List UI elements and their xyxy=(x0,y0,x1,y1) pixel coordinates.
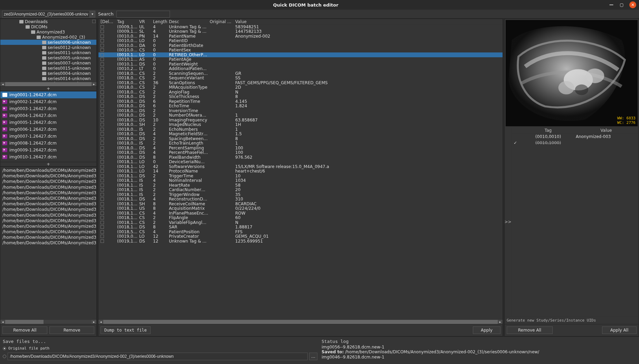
delete-checkbox[interactable] xyxy=(101,81,104,85)
tag-row[interactable]: (0019,0…LO12PrivateCreatorGEMS_ACQU_01 xyxy=(98,234,503,239)
delete-checkbox[interactable] xyxy=(101,184,104,187)
delete-checkbox[interactable] xyxy=(101,39,104,42)
delete-checkbox[interactable] xyxy=(101,67,104,70)
delete-checkbox[interactable] xyxy=(101,35,104,38)
path-item[interactable]: /home/ben/Downloads/DICOMs/Anonymized3/A xyxy=(2,168,94,173)
tree-item[interactable]: series0005-unknown xyxy=(0,55,96,60)
path-item[interactable]: /home/ben/Downloads/DICOMs/Anonymized3/A xyxy=(2,190,94,196)
tree-item[interactable]: series0007-unknown xyxy=(0,60,96,66)
remove-all-changes-button[interactable]: Remove All xyxy=(507,326,553,334)
delete-checkbox[interactable] xyxy=(101,193,104,196)
tag-row[interactable]: (0018,1…IS2TriggerWindow35 xyxy=(98,192,503,197)
delete-checkbox[interactable] xyxy=(101,165,104,168)
tag-row[interactable]: (0018,1…US8AcquisitionMatrix0/224/224/0 xyxy=(98,206,503,211)
path-item[interactable]: /home/ben/Downloads/DICOMs/Anonymized3/A xyxy=(2,201,94,207)
tree-item[interactable]: Anonymized-002_(3) xyxy=(0,35,96,40)
tree-item[interactable]: series0004-unknown xyxy=(0,71,96,76)
maximize-icon[interactable]: ▢ xyxy=(619,2,624,8)
tag-row[interactable]: (0018,1…LO0DeviceSerialNumber xyxy=(98,160,503,165)
delete-checkbox[interactable] xyxy=(101,100,104,103)
change-table[interactable]: Tag Value (0010,0010)Anonymized-003✓(001… xyxy=(512,127,639,316)
path-item[interactable]: /home/ben/Downloads/DICOMs/Anonymized3/A xyxy=(2,224,94,229)
change-row[interactable]: ✓(0010,1000) xyxy=(512,140,639,146)
delete-checkbox[interactable] xyxy=(101,230,104,234)
pathlist-scrollbar[interactable]: ◂ ▸ xyxy=(0,320,96,324)
delete-checkbox[interactable] xyxy=(101,239,104,243)
tag-row[interactable]: (0018,1…IS2HeartRate58 xyxy=(98,183,503,188)
delete-checkbox[interactable] xyxy=(101,109,104,112)
tag-row[interactable]: (0018,1…DS4ReconstructionDia…310 xyxy=(98,197,503,202)
tag-row[interactable]: (0018,1…IS4NominalInterval1034 xyxy=(98,178,503,183)
tag-row[interactable]: (0010,1…AS0PatientAge xyxy=(98,57,503,62)
remove-button[interactable]: Remove xyxy=(49,326,94,334)
file-row[interactable]: img0006-1.26427.dcm xyxy=(0,126,96,133)
tag-row[interactable]: (0018,0…CS2MRAcquisitionType2D xyxy=(98,85,503,90)
path-item[interactable]: /home/ben/Downloads/DICOMs/Anonymized3/A xyxy=(2,173,94,179)
tag-row[interactable]: (0018,0…DS2InversionTime xyxy=(98,108,503,113)
save-path-input[interactable] xyxy=(8,353,308,360)
file-row[interactable]: img0002-1.26427.dcm xyxy=(0,98,96,105)
path-item[interactable]: /home/ben/Downloads/DICOMs/Anonymized3/A xyxy=(2,207,94,212)
tagtable-scrollbar[interactable]: ◂ ▸ xyxy=(98,320,503,324)
add-file-button[interactable]: + xyxy=(0,162,96,167)
chevron-down-icon[interactable]: ▾ xyxy=(89,11,95,17)
delete-checkbox[interactable] xyxy=(101,146,104,150)
tag-row[interactable]: (0010,2…LT0AdditionalPatient… xyxy=(98,67,503,71)
delete-checkbox[interactable] xyxy=(101,169,104,173)
file-row[interactable]: img0005-1.26427.dcm xyxy=(0,119,96,126)
tree-item[interactable]: series0006-unknown xyxy=(0,40,96,45)
tag-row[interactable]: (0018,0…CS2AngioFlagN xyxy=(98,90,503,95)
tag-row[interactable]: (0018,0…DS6RepetitionTime4.145 xyxy=(98,99,503,104)
delete-checkbox[interactable] xyxy=(101,202,104,206)
delete-checkbox[interactable] xyxy=(101,151,104,154)
delete-checkbox[interactable] xyxy=(101,123,104,126)
image-preview[interactable]: WW: 6033 WC: 2776 xyxy=(505,20,638,127)
path-item[interactable]: /home/ben/Downloads/DICOMs/Anonymized3/A xyxy=(2,179,94,184)
path-item[interactable]: /home/ben/Downloads/DICOMs/Anonymized3/A xyxy=(2,240,94,246)
tag-row[interactable]: (0010,0…LO0PatientID xyxy=(98,39,503,43)
add-tree-button[interactable]: + xyxy=(0,86,96,91)
delete-checkbox[interactable] xyxy=(101,128,104,131)
tag-row[interactable]: (0018,0…IS2EchoTrainLength1 xyxy=(98,141,503,146)
tag-row[interactable]: (0010,1…LO0RETIRED_OtherPa… xyxy=(98,52,503,57)
delete-checkbox[interactable] xyxy=(101,216,104,219)
tag-row[interactable]: (0018,1…CS4InPlanePhaseEnco…ROW xyxy=(98,211,503,216)
delete-checkbox[interactable] xyxy=(101,197,104,201)
delete-checkbox[interactable] xyxy=(101,221,104,224)
tag-row[interactable]: (0018,0…DS2SliceThickness8 xyxy=(98,95,503,99)
change-row[interactable]: (0010,0010)Anonymized-003 xyxy=(512,134,639,140)
tag-row[interactable]: (0018,1…DS2TriggerTime10 xyxy=(98,174,503,178)
search-input[interactable] xyxy=(116,11,170,18)
delete-checkbox[interactable] xyxy=(101,118,104,122)
tag-row[interactable]: (0018,0…SH2ImagedNucleus1H xyxy=(98,122,503,127)
delete-checkbox[interactable] xyxy=(101,62,104,66)
delete-checkbox[interactable] xyxy=(101,53,104,57)
tag-row[interactable]: (0018,5…CS4PatientPositionFFS xyxy=(98,229,503,234)
delete-checkbox[interactable] xyxy=(101,86,104,89)
tag-row[interactable]: (0018,0…CS2ScanningSequenceGR xyxy=(98,71,503,76)
path-combo[interactable]: ▾ xyxy=(2,11,95,18)
path-input[interactable] xyxy=(2,11,89,17)
tag-row[interactable]: (0018,1…IS2CardiacNumberOfI…20 xyxy=(98,188,503,193)
remove-all-button[interactable]: Remove All xyxy=(2,326,47,334)
tag-row[interactable]: (0018,0…DS8PixelBandwidth976.562 xyxy=(98,155,503,160)
tag-row[interactable]: (0018,0…DS10ImagingFrequency63.858687 xyxy=(98,118,503,122)
tag-row[interactable]: (0018,1…DS8SAR1.88817 xyxy=(98,225,503,230)
delete-checkbox[interactable] xyxy=(101,30,104,33)
minimize-icon[interactable]: — xyxy=(609,2,614,8)
tag-row[interactable]: (0018,0…DS4MagneticFieldStre…1.5 xyxy=(98,132,503,137)
delete-checkbox[interactable] xyxy=(101,141,104,145)
file-list[interactable]: img0001-1.26427.dcmimg0002-1.26427.dcmim… xyxy=(0,91,96,162)
expand-button[interactable]: >> xyxy=(505,127,512,316)
file-row[interactable]: img0009-1.26427.dcm xyxy=(0,147,96,154)
tag-row[interactable]: (0018,1…CS2FlipAngle60 xyxy=(98,216,503,220)
tree-item[interactable]: series0011-unknown xyxy=(0,50,96,55)
tree-item[interactable]: series0014-unknown xyxy=(0,76,96,81)
delete-checkbox[interactable] xyxy=(101,104,104,108)
delete-checkbox[interactable] xyxy=(101,76,104,80)
tag-row[interactable]: (0018,0…DS4PercentPhaseField…100 xyxy=(98,150,503,155)
folder-tree[interactable]: DownloadsDICOMsAnonymized3Anonymized-002… xyxy=(0,19,96,86)
tag-table[interactable]: [Delete] Tag VR Length Desc Original Val… xyxy=(98,19,503,320)
apply-button[interactable]: Apply xyxy=(473,326,500,334)
tag-row[interactable]: (0018,0…CS2SequenceVariantSS xyxy=(98,76,503,81)
